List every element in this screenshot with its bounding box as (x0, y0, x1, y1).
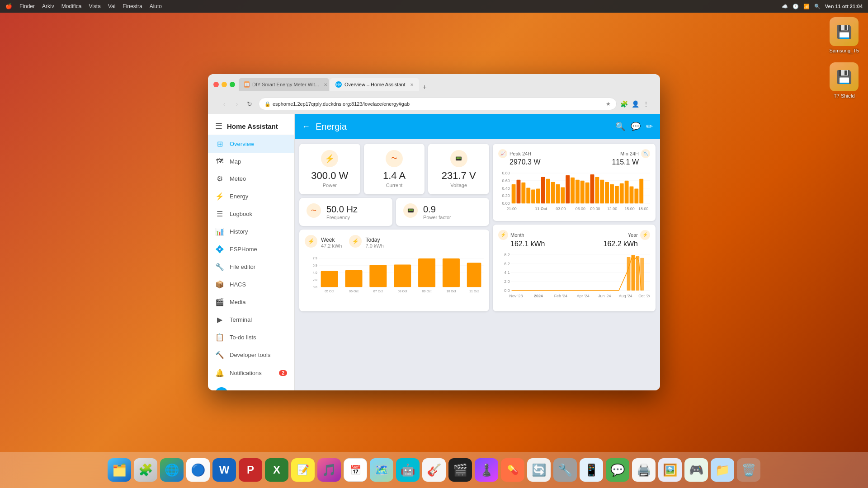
week-today-headers: ⚡ Week 47.2 kWh ⚡ (305, 235, 484, 250)
sidebar-item-esphome[interactable]: 💠 ESPHome (208, 240, 294, 258)
svg-rect-12 (369, 265, 387, 287)
sidebar-item-logbook[interactable]: ☰ Logbook (208, 205, 294, 223)
address-bar-icons: ★ (606, 101, 611, 107)
close-button[interactable] (213, 82, 219, 87)
sidebar-item-hacs[interactable]: 📦 HACS (208, 276, 294, 293)
svg-text:0.0: 0.0 (504, 288, 509, 293)
svg-text:Jun '24: Jun '24 (598, 294, 611, 298)
month-label: Month (510, 232, 524, 238)
hamburger-icon[interactable]: ☰ (215, 121, 222, 131)
new-tab-button[interactable]: + (420, 83, 429, 91)
dock-audacity[interactable]: 🎸 (422, 458, 446, 482)
sidebar-item-notifications[interactable]: 🔔 Notifications 2 (208, 364, 294, 382)
dock-miro[interactable]: 📝 (291, 458, 315, 482)
profile-icon[interactable]: 👤 (632, 100, 639, 108)
dock-launchpad[interactable]: 🧩 (134, 458, 157, 482)
dock-printer[interactable]: 🖨️ (632, 458, 656, 482)
svg-rect-81 (636, 256, 639, 291)
sidebar-item-todo[interactable]: 📋 To-do lists (208, 328, 294, 346)
dock-mobile[interactable]: 📱 (580, 458, 603, 482)
voltage-value: 231.7 V (442, 170, 476, 182)
sidebar-item-overview[interactable]: ⊞ Overview (208, 135, 294, 153)
back-button[interactable]: ‹ (219, 99, 230, 109)
dock-flipper[interactable]: 💊 (501, 458, 524, 482)
pf-card: 📟 0.9 Power factor (396, 198, 489, 226)
url-text: esphome1.2ep17qrply.duckdns.org:8123/lov… (273, 101, 606, 107)
svg-rect-10 (321, 271, 338, 287)
search-action[interactable]: 🔍 (615, 122, 625, 131)
tab-ha-close[interactable]: ✕ (410, 82, 414, 87)
dock-arduino[interactable]: 🤖 (396, 458, 420, 482)
topbar-actions: 🔍 💬 ✏ (615, 122, 653, 131)
svg-rect-15 (443, 258, 460, 287)
bookmark-icon[interactable]: ★ (606, 101, 611, 107)
apple-menu[interactable]: 🍎 (5, 3, 12, 9)
hacs-label: HACS (230, 281, 287, 288)
dock-sysprefs[interactable]: 🔧 (553, 458, 577, 482)
back-button[interactable]: ← (302, 122, 310, 131)
dock-affinity[interactable]: ♟️ (475, 458, 498, 482)
tab-ha[interactable]: HA Overview – Home Assistant ✕ (330, 78, 419, 91)
tab-diy-close[interactable]: ✕ (324, 82, 327, 87)
history-label: History (230, 228, 287, 235)
dev-tools-label: Developer tools (230, 352, 287, 358)
frequency-label: Frequency (326, 215, 358, 220)
refresh-button[interactable]: ↻ (244, 99, 255, 109)
dock-carbons[interactable]: 🔄 (527, 458, 551, 482)
more-icon[interactable]: ⋮ (643, 100, 649, 108)
pf-label: Power factor (423, 215, 451, 220)
frequency-text: 50.0 Hz Frequency (326, 204, 358, 220)
menu-vista[interactable]: Vista (89, 3, 100, 9)
sidebar-item-map[interactable]: 🗺 Map (208, 153, 294, 170)
menu-vai[interactable]: Vai (108, 3, 115, 9)
tab-diy[interactable]: 📖 DIY Smart Energy Meter Wit... ✕ (239, 78, 329, 91)
dock-word[interactable]: W (212, 458, 236, 482)
svg-text:Oct '24: Oct '24 (638, 294, 650, 298)
dock-excel[interactable]: X (265, 458, 288, 482)
sidebar-user[interactable]: G Giovanni (208, 382, 294, 390)
dock-chrome[interactable]: 🔵 (186, 458, 210, 482)
sidebar-item-history[interactable]: 📊 History (208, 223, 294, 240)
forward-button[interactable]: › (231, 99, 242, 109)
dock-source-tree[interactable]: 🎮 (684, 458, 708, 482)
dock-finder[interactable]: 🗂️ (108, 458, 131, 482)
menu-aiuto[interactable]: Aiuto (150, 3, 162, 9)
menu-finder[interactable]: Finder (19, 3, 35, 9)
maximize-button[interactable] (230, 82, 235, 87)
menu-arkiv[interactable]: Arkiv (42, 3, 54, 9)
min-stat: Min 24H 📉 115.1 W (612, 149, 650, 166)
minimize-button[interactable] (222, 82, 227, 87)
dock-whatsapp[interactable]: 💬 (606, 458, 629, 482)
dock-safari[interactable]: 🌐 (160, 458, 184, 482)
extensions-icon[interactable]: 🧩 (620, 100, 628, 108)
desktop: 💾 Samsung_T5 💾 T7 Shield 📖 DIY Smart Ene… (0, 13, 868, 452)
dock-trash[interactable]: 🗑️ (737, 458, 760, 482)
sidebar-item-terminal[interactable]: ▶ Terminal (208, 311, 294, 328)
dock-powerpoint[interactable]: P (239, 458, 262, 482)
chat-action[interactable]: 💬 (631, 122, 641, 131)
menu-finestra[interactable]: Finestra (123, 3, 142, 9)
t7-shield-icon[interactable]: 💾 T7 Shield (830, 62, 859, 99)
dock-davinci[interactable]: 🎬 (448, 458, 472, 482)
dock-music[interactable]: 🎵 (317, 458, 341, 482)
sidebar-item-media[interactable]: 🎬 Media (208, 293, 294, 311)
top-section: ⚡ 300.0 W Power 〜 1.4 A Current (299, 144, 656, 311)
sidebar-item-dev-tools[interactable]: 🔨 Developer tools (208, 346, 294, 364)
sidebar-item-meteo[interactable]: ⚙ Meteo (208, 170, 294, 188)
edit-action[interactable]: ✏ (646, 122, 653, 131)
dock-calendar[interactable]: 📅 (344, 458, 367, 482)
sidebar-item-file-editor[interactable]: 🔧 File editor (208, 258, 294, 276)
sidebar-item-energy[interactable]: ⚡ Energy (208, 188, 294, 205)
dock-files[interactable]: 📁 (711, 458, 734, 482)
menu-modifica[interactable]: Modifica (61, 3, 82, 9)
search-icon[interactable]: 🔍 (814, 4, 821, 9)
svg-text:0.0: 0.0 (313, 286, 317, 289)
dock-photos[interactable]: 🖼️ (658, 458, 682, 482)
dock-maps[interactable]: 🗺️ (370, 458, 393, 482)
address-bar[interactable]: 🔒 esphome1.2ep17qrply.duckdns.org:8123/l… (259, 98, 617, 110)
svg-rect-47 (576, 180, 580, 203)
window-buttons (213, 82, 235, 87)
page-title: Energia (316, 122, 610, 132)
terminal-label: Terminal (230, 316, 287, 323)
samsung-t5-icon[interactable]: 💾 Samsung_T5 (830, 17, 859, 53)
